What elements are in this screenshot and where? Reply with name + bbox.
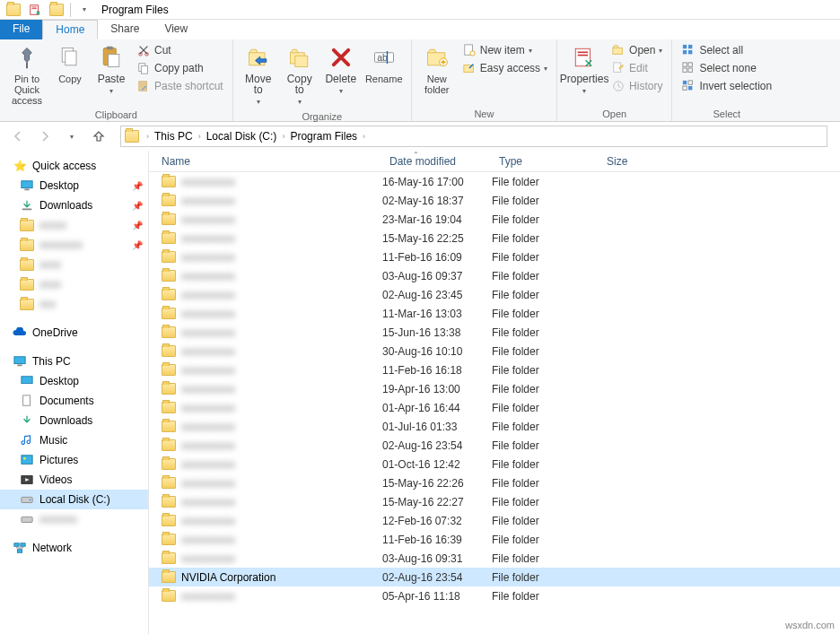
sidebar-blur1[interactable]: xxxxx📌 xyxy=(0,215,148,235)
tab-share[interactable]: Share xyxy=(98,20,152,39)
file-type: File folder xyxy=(492,383,599,395)
col-name[interactable]: Name xyxy=(149,155,382,168)
table-row[interactable]: xxxxxxxxxx30-Aug-16 10:10File folder xyxy=(149,342,840,360)
file-type: File folder xyxy=(492,534,599,546)
sidebar-quick-access[interactable]: ⭐Quick access xyxy=(0,156,148,176)
svg-rect-43 xyxy=(22,377,32,384)
window-title: Program Files xyxy=(101,4,169,16)
crumb-program-files[interactable]: Program Files› xyxy=(288,130,367,143)
nav-recent-button[interactable]: ▾ xyxy=(61,126,83,147)
col-type[interactable]: Type xyxy=(492,155,599,168)
table-row[interactable]: xxxxxxxxxx16-May-16 17:00File folder xyxy=(149,172,840,191)
paste-button[interactable]: Paste▾ xyxy=(92,41,131,99)
pin-quick-access-button[interactable]: Pin to Quick access xyxy=(5,41,48,108)
sidebar-pictures[interactable]: Pictures xyxy=(0,450,148,470)
file-name: xxxxxxxxxx xyxy=(181,402,235,414)
tab-home[interactable]: Home xyxy=(42,20,98,39)
sidebar-blur4[interactable]: xxxx xyxy=(0,274,148,294)
rename-button[interactable]: ab Rename xyxy=(363,41,406,86)
table-row[interactable]: xxxxxxxxxx03-Aug-16 09:37File folder xyxy=(149,266,840,285)
sidebar-desktop2[interactable]: Desktop xyxy=(0,371,148,391)
nav-up-button[interactable] xyxy=(88,126,109,147)
table-row[interactable]: xxxxxxxxxx11-Feb-16 16:18File folder xyxy=(149,360,840,379)
table-row[interactable]: xxxxxxxxxx15-May-16 22:27File folder xyxy=(149,492,840,511)
file-date: 01-Oct-16 12:42 xyxy=(382,458,492,471)
open-icon xyxy=(611,43,626,57)
sidebar-blur5[interactable]: xxx xyxy=(0,294,148,314)
copy-button[interactable]: Copy xyxy=(50,41,90,86)
new-item-button[interactable]: New item ▾ xyxy=(459,41,551,59)
file-type: File folder xyxy=(492,552,599,565)
sidebar-downloads[interactable]: Downloads📌 xyxy=(0,195,148,215)
sidebar-music[interactable]: Music xyxy=(0,430,148,450)
table-row[interactable]: xxxxxxxxxx01-Jul-16 01:33File folder xyxy=(149,417,840,436)
table-row[interactable]: xxxxxxxxxx01-Apr-16 16:44File folder xyxy=(149,398,840,417)
tab-file[interactable]: File xyxy=(0,20,42,39)
file-date: 02-Aug-16 23:45 xyxy=(382,289,492,301)
file-date: 19-Apr-16 13:00 xyxy=(382,383,492,395)
sidebar-videos[interactable]: Videos xyxy=(0,470,148,490)
cut-button[interactable]: Cut xyxy=(133,41,227,59)
table-row[interactable]: xxxxxxxxxx12-Feb-16 07:32File folder xyxy=(149,511,840,530)
crumb-this-pc[interactable]: This PC› xyxy=(153,130,203,143)
table-row[interactable]: xxxxxxxxxx19-Apr-16 13:00File folder xyxy=(149,379,840,398)
crumb-root[interactable]: › xyxy=(141,132,151,141)
svg-rect-44 xyxy=(23,395,31,405)
folder-icon xyxy=(162,289,176,300)
sidebar-blur2[interactable]: xxxxxxxx📌 xyxy=(0,235,148,255)
sidebar-blur6[interactable]: xxxxxxx xyxy=(0,509,148,529)
new-folder-button[interactable]: New folder xyxy=(417,41,457,97)
table-row[interactable]: xxxxxxxxxx03-Aug-16 09:31File folder xyxy=(149,549,840,568)
tab-view[interactable]: View xyxy=(152,20,200,39)
table-row[interactable]: xxxxxxxxxx11-Mar-16 13:03File folder xyxy=(149,304,840,323)
select-all-button[interactable]: Select all xyxy=(678,41,775,59)
delete-button[interactable]: Delete▾ xyxy=(321,41,361,99)
qat-customize-icon[interactable]: ▾ xyxy=(74,1,94,19)
file-type: File folder xyxy=(492,458,599,471)
table-row[interactable]: xxxxxxxxxx15-May-16 22:25File folder xyxy=(149,229,840,248)
table-row[interactable]: xxxxxxxxxx23-Mar-16 19:04File folder xyxy=(149,210,840,229)
sidebar-documents[interactable]: Documents xyxy=(0,391,148,411)
edit-button[interactable]: Edit xyxy=(608,59,666,77)
open-button[interactable]: Open ▾ xyxy=(608,41,666,59)
sidebar-local-disk[interactable]: Local Disk (C:) xyxy=(0,490,148,509)
file-name: xxxxxxxxxx xyxy=(181,213,235,226)
table-row[interactable]: xxxxxxxxxx02-Aug-16 23:54File folder xyxy=(149,436,840,455)
sidebar-downloads2[interactable]: Downloads xyxy=(0,411,148,430)
crumb-local-disk[interactable]: Local Disk (C:)› xyxy=(205,130,287,143)
sidebar-this-pc[interactable]: This PC xyxy=(0,352,148,371)
copy-to-button[interactable]: Copy to▾ xyxy=(280,41,319,109)
table-row[interactable]: xxxxxxxxxx01-Oct-16 12:42File folder xyxy=(149,455,840,473)
address-bar[interactable]: › This PC› Local Disk (C:)› Program File… xyxy=(120,126,827,147)
easy-access-button[interactable]: Easy access ▾ xyxy=(459,59,551,77)
nav-back-button[interactable] xyxy=(7,126,29,147)
sidebar-onedrive[interactable]: OneDrive xyxy=(0,323,148,343)
invert-selection-button[interactable]: Invert selection xyxy=(678,77,775,95)
copy-path-button[interactable]: Copy path xyxy=(133,59,227,77)
qat-new-folder-icon[interactable] xyxy=(47,1,66,19)
nav-forward-button[interactable] xyxy=(34,126,56,147)
select-none-button[interactable]: Select none xyxy=(678,59,775,77)
table-row[interactable]: xxxxxxxxxx11-Feb-16 16:39File folder xyxy=(149,530,840,549)
col-date[interactable]: Date modified xyxy=(382,155,492,168)
sidebar-blur3[interactable]: xxxx xyxy=(0,255,148,274)
table-row[interactable]: xxxxxxxxxx15-Jun-16 13:38File folder xyxy=(149,323,840,342)
sidebar-desktop[interactable]: Desktop📌 xyxy=(0,176,148,195)
col-size[interactable]: Size xyxy=(599,155,671,168)
table-row[interactable]: xxxxxxxxxx02-Aug-16 23:45File folder xyxy=(149,285,840,304)
move-to-button[interactable]: Move to▾ xyxy=(239,41,278,109)
sidebar-network[interactable]: Network xyxy=(0,538,148,558)
paste-shortcut-button[interactable]: Paste shortcut xyxy=(133,77,227,95)
table-row[interactable]: xxxxxxxxxx05-Apr-16 11:18File folder xyxy=(149,586,840,605)
svg-rect-35 xyxy=(688,81,692,84)
table-row[interactable]: NVIDIA Corporation02-Aug-16 23:54File fo… xyxy=(149,568,840,586)
table-row[interactable]: xxxxxxxxxx15-May-16 22:26File folder xyxy=(149,473,840,492)
history-button[interactable]: History xyxy=(608,77,666,95)
file-name: xxxxxxxxxx xyxy=(181,421,235,433)
qat-properties-icon[interactable] xyxy=(25,1,45,19)
table-row[interactable]: xxxxxxxxxx02-May-16 18:37File folder xyxy=(149,191,840,210)
table-row[interactable]: xxxxxxxxxx11-Feb-16 16:09File folder xyxy=(149,248,840,266)
network-icon xyxy=(13,541,27,555)
folder-icon xyxy=(162,496,176,508)
properties-button[interactable]: Properties▾ xyxy=(563,41,606,99)
